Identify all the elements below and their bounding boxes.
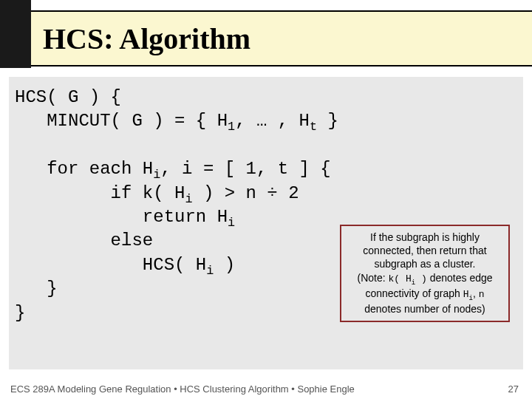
code-line: HCS( G ) { — [15, 87, 121, 107]
note-text: , — [473, 287, 479, 299]
footer: ECS 289A Modeling Gene Regulation • HCS … — [9, 383, 523, 395]
code-line: } — [15, 279, 58, 299]
note-mono: n — [479, 289, 485, 300]
note-mono: k( Hi ) — [388, 273, 426, 284]
note-text: (Note: — [357, 272, 388, 284]
content-area: HCS( G ) { MINCUT( G ) = { H1, … , Ht } … — [9, 77, 523, 369]
note-text: subgraph as a cluster. — [375, 258, 476, 270]
note-text: denotes edge — [427, 272, 493, 284]
code-text: ) — [214, 255, 235, 275]
code-line: else — [15, 231, 153, 250]
note-text: denotes number of nodes) — [364, 303, 485, 315]
note-box: If the subgraph is highly connected, the… — [340, 225, 510, 322]
code-line: MINCUT( G ) = { H — [15, 111, 228, 131]
note-text: If the subgraph is highly — [370, 231, 480, 243]
code-text: ) > n ÷ 2 — [193, 183, 299, 203]
code-line: HCS( H — [15, 255, 206, 275]
mono-text: ) — [415, 273, 427, 284]
code-line: } — [15, 303, 25, 323]
slide-title: HCS: Algorithm — [43, 21, 250, 56]
title-bar: HCS: Algorithm — [0, 10, 532, 66]
subscript: i — [153, 168, 160, 182]
code-text: } — [317, 111, 338, 131]
subscript: t — [310, 120, 317, 134]
subscript: 1 — [228, 120, 235, 134]
subscript: i — [228, 216, 235, 230]
footer-left: ECS 289A Modeling Gene Regulation • HCS … — [9, 383, 355, 395]
slide-number: 27 — [508, 383, 523, 395]
code-text: , … , H — [235, 111, 310, 131]
code-line: for each H — [15, 159, 153, 179]
note-text: connected, then return that — [363, 245, 486, 256]
subscript: i — [206, 264, 214, 278]
mono-text: k( H — [388, 273, 411, 284]
mono-text: H — [463, 289, 469, 300]
accent-square — [0, 0, 31, 68]
note-text: connectivity of graph — [365, 287, 463, 299]
subscript: i — [185, 191, 192, 205]
note-mono: Hi — [463, 289, 473, 300]
code-text: , i = [ 1, t ] { — [160, 159, 330, 179]
code-line: return H — [15, 207, 228, 227]
code-line: if k( H — [15, 183, 185, 203]
